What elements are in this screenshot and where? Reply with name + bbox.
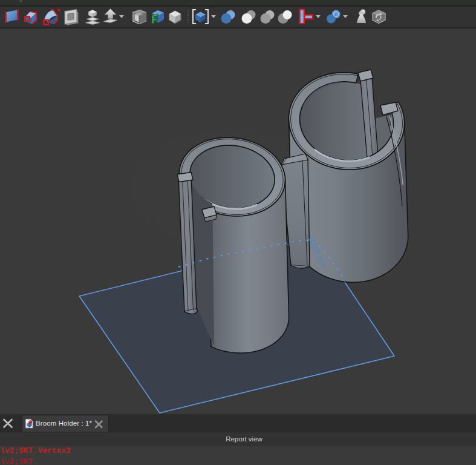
svg-text:F: F xyxy=(151,12,158,26)
